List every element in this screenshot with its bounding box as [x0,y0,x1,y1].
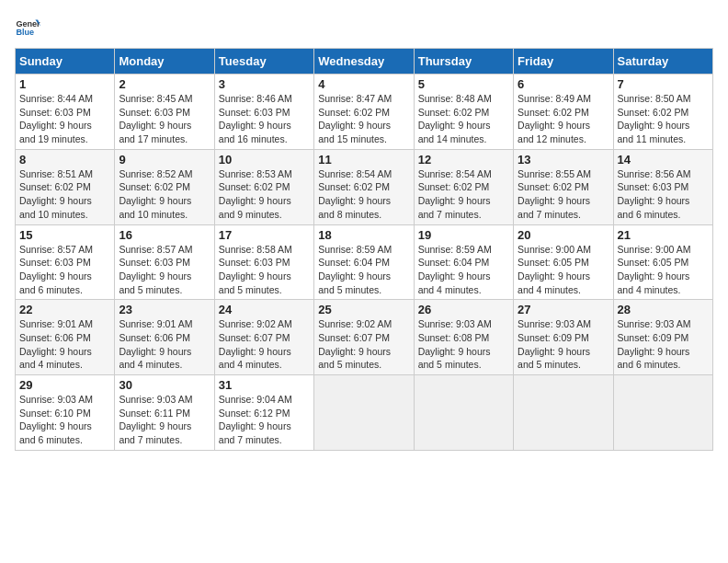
calendar-cell: 8Sunrise: 8:51 AM Sunset: 6:02 PM Daylig… [16,149,115,224]
calendar-table: SundayMondayTuesdayWednesdayThursdayFrid… [15,48,713,451]
day-number: 19 [418,228,509,242]
day-info: Sunrise: 8:57 AM Sunset: 6:03 PM Dayligh… [19,243,110,297]
calendar-cell: 28Sunrise: 9:03 AM Sunset: 6:09 PM Dayli… [613,300,712,375]
weekday-header-thursday: Thursday [414,49,513,75]
day-number: 17 [219,228,310,242]
day-number: 25 [318,303,409,316]
day-info: Sunrise: 9:03 AM Sunset: 6:09 PM Dayligh… [518,317,609,372]
day-info: Sunrise: 8:53 AM Sunset: 6:02 PM Dayligh… [219,167,310,222]
day-number: 31 [219,378,310,392]
day-info: Sunrise: 8:50 AM Sunset: 6:02 PM Dayligh… [618,92,709,146]
week-row: 15Sunrise: 8:57 AM Sunset: 6:03 PM Dayli… [16,224,713,300]
day-number: 15 [19,228,110,242]
logo-icon: General Blue [15,15,40,40]
calendar-cell: 20Sunrise: 9:00 AM Sunset: 6:05 PM Dayli… [514,224,613,300]
day-number: 16 [119,228,210,242]
day-info: Sunrise: 9:01 AM Sunset: 6:06 PM Dayligh… [19,317,110,372]
day-number: 5 [418,77,509,91]
day-info: Sunrise: 9:01 AM Sunset: 6:06 PM Dayligh… [119,317,210,372]
calendar-cell: 6Sunrise: 8:49 AM Sunset: 6:02 PM Daylig… [514,75,613,150]
calendar-cell: 29Sunrise: 9:03 AM Sunset: 6:10 PM Dayli… [16,375,115,451]
calendar-cell: 3Sunrise: 8:46 AM Sunset: 6:03 PM Daylig… [214,75,313,150]
weekday-header-monday: Monday [115,49,214,75]
calendar-cell: 11Sunrise: 8:54 AM Sunset: 6:02 PM Dayli… [314,149,414,224]
day-info: Sunrise: 9:03 AM Sunset: 6:11 PM Dayligh… [119,393,210,447]
calendar-cell: 18Sunrise: 8:59 AM Sunset: 6:04 PM Dayli… [314,224,414,300]
calendar-cell: 24Sunrise: 9:02 AM Sunset: 6:07 PM Dayli… [214,300,313,375]
day-info: Sunrise: 9:00 AM Sunset: 6:05 PM Dayligh… [518,243,609,297]
weekday-header-tuesday: Tuesday [214,49,313,75]
day-number: 22 [19,303,110,316]
day-number: 28 [618,303,709,316]
calendar-cell: 2Sunrise: 8:45 AM Sunset: 6:03 PM Daylig… [115,75,214,150]
week-row: 1Sunrise: 8:44 AM Sunset: 6:03 PM Daylig… [16,75,713,150]
day-number: 3 [219,77,310,91]
day-number: 6 [518,77,609,91]
page-header: General Blue [15,15,713,40]
day-info: Sunrise: 8:52 AM Sunset: 6:02 PM Dayligh… [119,167,210,222]
weekday-header-sunday: Sunday [16,49,115,75]
calendar-cell: 31Sunrise: 9:04 AM Sunset: 6:12 PM Dayli… [214,375,313,451]
calendar-cell: 21Sunrise: 9:00 AM Sunset: 6:05 PM Dayli… [613,224,712,300]
day-number: 18 [318,228,409,242]
day-number: 2 [119,77,210,91]
calendar-cell: 25Sunrise: 9:02 AM Sunset: 6:07 PM Dayli… [314,300,414,375]
weekday-header-wednesday: Wednesday [314,49,414,75]
day-info: Sunrise: 9:02 AM Sunset: 6:07 PM Dayligh… [318,317,409,372]
day-number: 8 [19,153,110,167]
day-info: Sunrise: 8:44 AM Sunset: 6:03 PM Dayligh… [19,92,110,146]
day-number: 9 [119,153,210,167]
day-number: 29 [19,378,110,392]
calendar-cell: 9Sunrise: 8:52 AM Sunset: 6:02 PM Daylig… [115,149,214,224]
weekday-header-friday: Friday [514,49,613,75]
day-number: 14 [618,153,709,167]
calendar-cell: 1Sunrise: 8:44 AM Sunset: 6:03 PM Daylig… [16,75,115,150]
logo: General Blue [15,15,44,40]
day-info: Sunrise: 9:00 AM Sunset: 6:05 PM Dayligh… [618,243,709,297]
day-info: Sunrise: 9:02 AM Sunset: 6:07 PM Dayligh… [219,317,310,372]
calendar-cell: 16Sunrise: 8:57 AM Sunset: 6:03 PM Dayli… [115,224,214,300]
day-number: 11 [318,153,409,167]
day-info: Sunrise: 8:57 AM Sunset: 6:03 PM Dayligh… [119,243,210,297]
day-number: 12 [418,153,509,167]
calendar-cell [613,375,712,451]
week-row: 22Sunrise: 9:01 AM Sunset: 6:06 PM Dayli… [16,300,713,375]
day-number: 24 [219,303,310,316]
svg-text:Blue: Blue [16,28,34,37]
week-row: 8Sunrise: 8:51 AM Sunset: 6:02 PM Daylig… [16,149,713,224]
day-number: 13 [518,153,609,167]
calendar-cell [414,375,513,451]
calendar-cell: 12Sunrise: 8:54 AM Sunset: 6:02 PM Dayli… [414,149,513,224]
day-info: Sunrise: 8:59 AM Sunset: 6:04 PM Dayligh… [318,243,409,297]
day-info: Sunrise: 8:45 AM Sunset: 6:03 PM Dayligh… [119,92,210,146]
day-info: Sunrise: 8:54 AM Sunset: 6:02 PM Dayligh… [318,167,409,222]
day-info: Sunrise: 8:58 AM Sunset: 6:03 PM Dayligh… [219,243,310,297]
day-info: Sunrise: 8:54 AM Sunset: 6:02 PM Dayligh… [418,167,509,222]
calendar-cell: 30Sunrise: 9:03 AM Sunset: 6:11 PM Dayli… [115,375,214,451]
day-number: 27 [518,303,609,316]
calendar-cell: 17Sunrise: 8:58 AM Sunset: 6:03 PM Dayli… [214,224,313,300]
calendar-cell: 5Sunrise: 8:48 AM Sunset: 6:02 PM Daylig… [414,75,513,150]
header-row: SundayMondayTuesdayWednesdayThursdayFrid… [16,49,713,75]
day-info: Sunrise: 9:03 AM Sunset: 6:08 PM Dayligh… [418,317,509,372]
calendar-cell: 14Sunrise: 8:56 AM Sunset: 6:03 PM Dayli… [613,149,712,224]
day-info: Sunrise: 9:03 AM Sunset: 6:10 PM Dayligh… [19,393,110,447]
day-number: 23 [119,303,210,316]
calendar-cell: 27Sunrise: 9:03 AM Sunset: 6:09 PM Dayli… [514,300,613,375]
calendar-cell [314,375,414,451]
day-info: Sunrise: 8:55 AM Sunset: 6:02 PM Dayligh… [518,167,609,222]
day-info: Sunrise: 8:46 AM Sunset: 6:03 PM Dayligh… [219,92,310,146]
day-info: Sunrise: 9:04 AM Sunset: 6:12 PM Dayligh… [219,393,310,447]
day-info: Sunrise: 8:49 AM Sunset: 6:02 PM Dayligh… [518,92,609,146]
day-info: Sunrise: 8:51 AM Sunset: 6:02 PM Dayligh… [19,167,110,222]
calendar-cell: 19Sunrise: 8:59 AM Sunset: 6:04 PM Dayli… [414,224,513,300]
calendar-cell: 13Sunrise: 8:55 AM Sunset: 6:02 PM Dayli… [514,149,613,224]
day-number: 7 [618,77,709,91]
day-number: 10 [219,153,310,167]
day-number: 21 [618,228,709,242]
day-number: 1 [19,77,110,91]
day-info: Sunrise: 8:47 AM Sunset: 6:02 PM Dayligh… [318,92,409,146]
calendar-cell: 22Sunrise: 9:01 AM Sunset: 6:06 PM Dayli… [16,300,115,375]
calendar-cell: 23Sunrise: 9:01 AM Sunset: 6:06 PM Dayli… [115,300,214,375]
day-info: Sunrise: 8:48 AM Sunset: 6:02 PM Dayligh… [418,92,509,146]
